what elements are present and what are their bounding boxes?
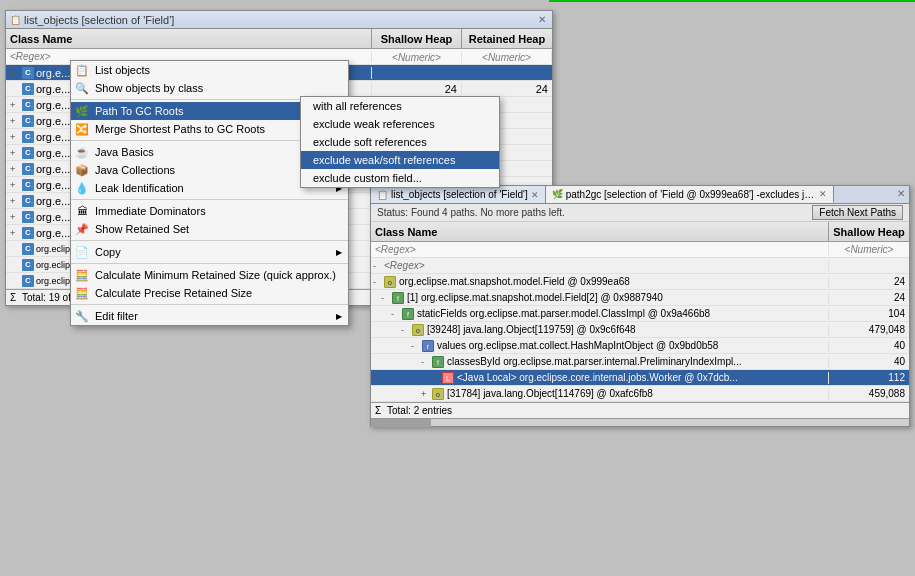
regex-text: <Regex> — [384, 260, 425, 271]
menu-item-calc-precise[interactable]: 🧮 Calculate Precise Retained Size — [71, 284, 348, 302]
horizontal-scrollbar[interactable] — [371, 418, 909, 426]
path-row-class: - L <Java Local> org.eclipse.core.intern… — [371, 372, 829, 384]
path2gc-window: 📋 list_objects [selection of 'Field'] ✕ … — [370, 185, 910, 427]
menu-item-immediate-dom[interactable]: 🏛 Immediate Dominators — [71, 202, 348, 220]
menu-label: Java Collections — [95, 164, 175, 176]
main-window-close[interactable]: ✕ — [536, 14, 548, 25]
tab-path2gc[interactable]: 🌿 path2gc [selection of 'Field @ 0x999ea… — [546, 186, 834, 203]
main-window-title: 📋 list_objects [selection of 'Field'] — [10, 14, 174, 26]
path-shallow-filter-input[interactable] — [833, 244, 905, 255]
expand-icon[interactable]: + — [10, 68, 20, 78]
submenu-item-all-refs[interactable]: with all references — [301, 97, 499, 115]
collection-icon: 📦 — [75, 163, 89, 177]
expand-icon[interactable]: + — [10, 212, 20, 222]
tab-list-objects[interactable]: 📋 list_objects [selection of 'Field'] ✕ — [371, 186, 546, 203]
path-total-row: Σ Total: 2 entries — [371, 402, 909, 418]
status-text: Status: Found 4 paths. No more paths lef… — [377, 207, 565, 218]
gc-roots-submenu: with all references exclude weak referen… — [300, 96, 500, 188]
expand-icon[interactable]: - — [381, 293, 391, 303]
fetch-next-paths-button[interactable]: Fetch Next Paths — [812, 205, 903, 220]
row-shallow: 24 — [372, 83, 462, 95]
menu-item-show-retained[interactable]: 📌 Show Retained Set — [71, 220, 348, 238]
expand-icon[interactable]: + — [10, 164, 20, 174]
row-name-text: org.e... — [36, 83, 70, 95]
shallow-filter-input[interactable] — [376, 52, 457, 63]
tab-label: path2gc [selection of 'Field @ 0x999ea68… — [566, 189, 816, 200]
submenu-item-excl-soft[interactable]: exclude soft references — [301, 133, 499, 151]
path-row-shallow: 24 — [829, 292, 909, 303]
path-table-row[interactable]: - o org.eclipse.mat.snapshot.model.Field… — [371, 274, 909, 290]
tab-close-path2gc[interactable]: ✕ — [819, 189, 827, 199]
tab-close-list[interactable]: ✕ — [531, 190, 539, 200]
expand-icon[interactable]: - — [373, 277, 383, 287]
path-row-class: + o [31784] java.lang.Object[114769] @ 0… — [371, 388, 829, 400]
expand-icon[interactable]: + — [10, 100, 20, 110]
field-icon: f — [392, 292, 404, 304]
path-window-close[interactable]: ✕ — [893, 186, 909, 203]
scrollbar-thumb[interactable] — [371, 419, 431, 427]
expand-icon[interactable]: + — [10, 132, 20, 142]
path-class-filter[interactable] — [371, 244, 829, 255]
expand-icon[interactable]: + — [10, 116, 20, 126]
expand-icon[interactable]: + — [10, 180, 20, 190]
row-name-text: org.e... — [36, 99, 70, 111]
menu-item-copy[interactable]: 📄 Copy — [71, 243, 348, 261]
path-row-class: - f [1] org.eclipse.mat.snapshot.model.F… — [371, 292, 829, 304]
expand-icon[interactable]: + — [421, 389, 431, 399]
retained-filter-cell[interactable] — [462, 51, 552, 63]
header-classname: Class Name — [6, 29, 372, 48]
menu-item-show-objects[interactable]: 🔍 Show objects by class — [71, 79, 348, 97]
path-table-row[interactable]: + o [31784] java.lang.Object[114769] @ 0… — [371, 386, 909, 402]
submenu-item-excl-weak-soft[interactable]: exclude weak/soft references — [301, 151, 499, 169]
path-shallow-filter[interactable] — [829, 244, 909, 255]
path-table-row[interactable]: - r values org.eclipse.mat.collect.HashM… — [371, 338, 909, 354]
expand-icon[interactable]: + — [10, 228, 20, 238]
header-retained: Retained Heap — [462, 29, 552, 48]
expand-icon[interactable]: - — [421, 357, 431, 367]
merge-icon: 🔀 — [75, 122, 89, 136]
expand-icon[interactable]: - — [411, 341, 421, 351]
expand-icon[interactable]: - — [431, 373, 441, 383]
menu-label: Merge Shortest Paths to GC Roots — [95, 123, 265, 135]
expand-icon[interactable]: + — [10, 196, 20, 206]
row-name-text: org.e... — [36, 115, 70, 127]
expand-icon[interactable]: - — [373, 261, 383, 271]
row-name-text: org.e... — [36, 211, 70, 223]
path-table-row[interactable]: - f [1] org.eclipse.mat.snapshot.model.F… — [371, 290, 909, 306]
row-text: <Java Local> org.eclipse.core.internal.j… — [457, 372, 738, 383]
menu-label: Calculate Precise Retained Size — [95, 287, 252, 299]
expand-icon[interactable]: - — [401, 325, 411, 335]
expand-icon[interactable]: - — [391, 309, 401, 319]
path-table-row[interactable]: - o [39248] java.lang.Object[119759] @ 0… — [371, 322, 909, 338]
expand-icon[interactable]: + — [10, 148, 20, 158]
path-row-shallow: 40 — [829, 356, 909, 367]
shallow-filter-cell[interactable] — [372, 51, 462, 63]
submenu-item-excl-custom[interactable]: exclude custom field... — [301, 169, 499, 187]
submenu-label: exclude weak/soft references — [313, 154, 455, 166]
class-icon: C — [22, 115, 34, 127]
tab-spacer — [834, 186, 893, 203]
menu-separator-4 — [71, 240, 348, 241]
retained-filter-input[interactable] — [466, 52, 547, 63]
path-row-class: - f staticFields org.eclipse.mat.parser.… — [371, 308, 829, 320]
class-icon: C — [22, 99, 34, 111]
path-total-text: Total: 2 entries — [387, 405, 452, 416]
path-class-filter-input[interactable] — [375, 244, 824, 255]
menu-label: Immediate Dominators — [95, 205, 206, 217]
menu-item-calc-min[interactable]: 🧮 Calculate Minimum Retained Size (quick… — [71, 266, 348, 284]
submenu-item-excl-weak[interactable]: exclude weak references — [301, 115, 499, 133]
dom-icon: 🏛 — [75, 204, 89, 218]
path-row-class: - <Regex> — [371, 260, 829, 271]
row-name-text: org.e... — [36, 195, 70, 207]
submenu-label: with all references — [313, 100, 402, 112]
path-table-row[interactable]: - f staticFields org.eclipse.mat.parser.… — [371, 306, 909, 322]
path-table-row[interactable]: - <Regex> — [371, 258, 909, 274]
path-row-shallow: 24 — [829, 276, 909, 287]
green-line-indicator — [549, 0, 915, 2]
menu-separator-5 — [71, 263, 348, 264]
path-filter-row — [371, 242, 909, 258]
menu-item-edit-filter[interactable]: 🔧 Edit filter — [71, 307, 348, 325]
path-table-row[interactable]: - f classesById org.eclipse.mat.parser.i… — [371, 354, 909, 370]
path-table-row[interactable]: - L <Java Local> org.eclipse.core.intern… — [371, 370, 909, 386]
menu-item-list-objects[interactable]: 📋 List objects — [71, 61, 348, 79]
